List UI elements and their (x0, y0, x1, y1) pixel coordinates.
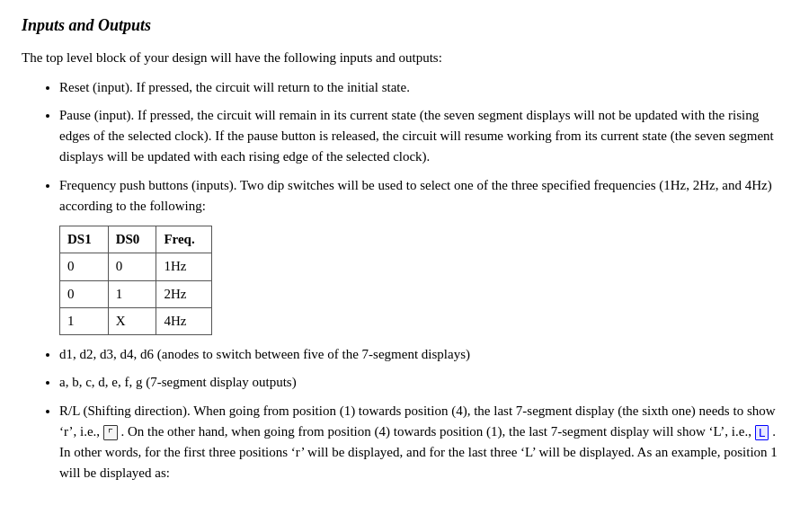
cell-freq-2: 4Hz (156, 307, 211, 334)
col-header-ds1: DS1 (60, 226, 109, 253)
segments-text: a, b, c, d, e, f, g (7-segment display o… (59, 375, 297, 389)
table-row: 0 1 2Hz (60, 280, 212, 307)
pause-text: Pause (input). If pressed, the circuit w… (59, 108, 774, 164)
bullet-list: Reset (input). If pressed, the circuit w… (22, 77, 787, 484)
cell-freq-0: 1Hz (156, 253, 211, 280)
anodes-text: d1, d2, d3, d4, d6 (anodes to switch bet… (59, 347, 470, 361)
cell-ds0-2: X (108, 307, 156, 334)
table-row: 1 X 4Hz (60, 307, 212, 334)
col-header-ds0: DS0 (108, 226, 156, 253)
page-title: Inputs and Outputs (22, 16, 787, 35)
reset-text: Reset (input). If pressed, the circuit w… (59, 80, 410, 94)
r-icon: ⌜ (103, 425, 118, 441)
l-icon: L (755, 425, 769, 441)
cell-ds0-1: 1 (108, 280, 156, 307)
cell-ds1-0: 0 (60, 253, 109, 280)
list-item-frequency: Frequency push buttons (inputs). Two dip… (59, 175, 787, 336)
col-header-freq: Freq. (156, 226, 211, 253)
table-row: 0 0 1Hz (60, 253, 212, 280)
frequency-table: DS1 DS0 Freq. 0 0 1Hz 0 1 2Hz 1 (59, 226, 212, 335)
cell-freq-1: 2Hz (156, 280, 211, 307)
list-item-pause: Pause (input). If pressed, the circuit w… (59, 105, 787, 168)
list-item-anodes: d1, d2, d3, d4, d6 (anodes to switch bet… (59, 344, 787, 365)
list-item-rl: R/L (Shifting direction). When going fro… (59, 401, 787, 484)
cell-ds1-1: 0 (60, 280, 109, 307)
intro-paragraph: The top level block of your design will … (22, 48, 787, 68)
frequency-text: Frequency push buttons (inputs). Two dip… (59, 178, 772, 213)
rl-text-mid: . On the other hand, when going from pos… (120, 424, 751, 439)
list-item-reset: Reset (input). If pressed, the circuit w… (59, 77, 787, 98)
cell-ds1-2: 1 (60, 307, 109, 334)
cell-ds0-0: 0 (108, 253, 156, 280)
list-item-segments: a, b, c, d, e, f, g (7-segment display o… (59, 372, 787, 393)
